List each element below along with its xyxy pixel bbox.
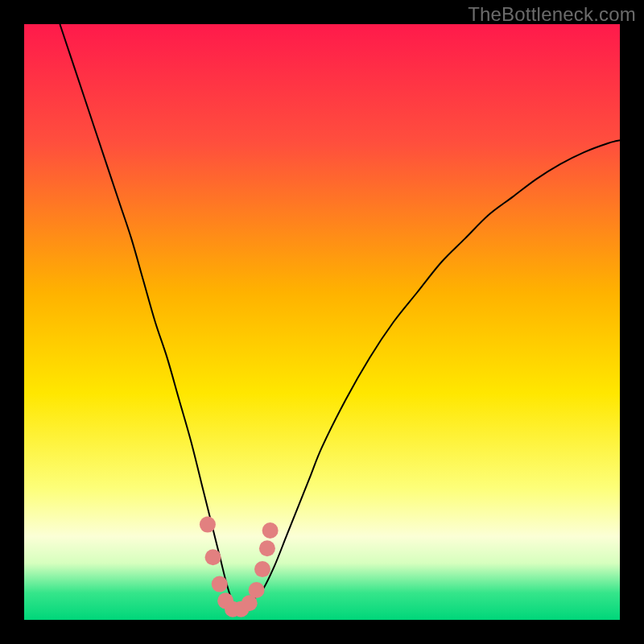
chart-plot-area — [24, 24, 620, 620]
highlight-dot — [200, 517, 216, 533]
highlight-dot — [259, 540, 275, 556]
chart-svg — [24, 24, 620, 620]
highlight-dot — [205, 549, 221, 565]
highlight-dot — [262, 522, 279, 539]
highlight-dot — [254, 561, 270, 577]
highlight-dot — [249, 582, 265, 598]
chart-frame: TheBottleneck.com — [0, 0, 644, 644]
watermark-text: TheBottleneck.com — [468, 3, 636, 26]
highlight-dot — [212, 576, 228, 592]
gradient-background — [24, 24, 620, 620]
